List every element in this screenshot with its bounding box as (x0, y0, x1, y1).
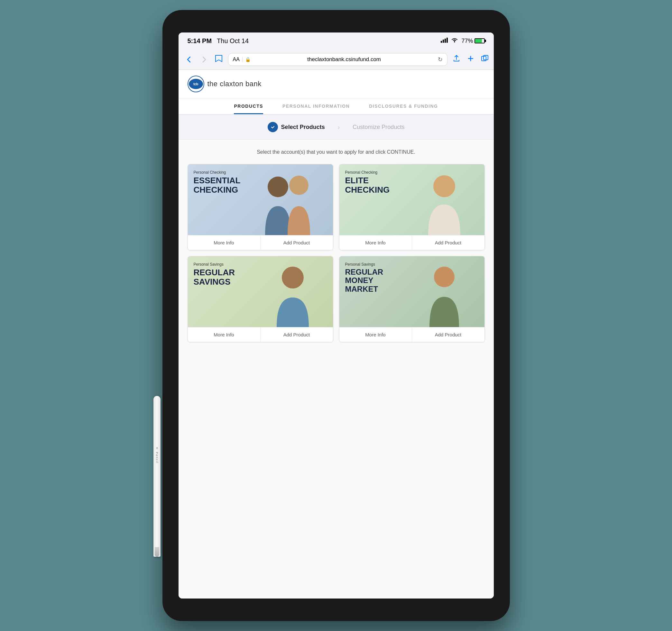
product-grid: Personal Checking ESSENTIALCHECKING (188, 164, 485, 342)
svg-rect-1 (442, 40, 444, 43)
instruction-text: Select the account(s) that you want to a… (188, 149, 485, 155)
more-info-savings[interactable]: More Info (188, 327, 261, 342)
card-overlay-money-market: Personal Savings REGULARMONEYMARKET (339, 256, 389, 299)
sub-step-divider: › (338, 123, 340, 131)
card-actions-savings: More Info Add Product (188, 327, 333, 342)
step-personal-info[interactable]: PERSONAL INFORMATION (283, 103, 350, 114)
card-category-essential: Personal Checking (194, 170, 241, 175)
svg-point-9 (289, 176, 309, 195)
add-tab-button[interactable] (467, 55, 475, 64)
forward-button[interactable] (199, 54, 210, 65)
apple-pencil: ✏ Pencil (153, 396, 161, 557)
ipad-frame: ✏ Pencil 5:14 PM Thu Oct 14 (163, 10, 510, 621)
card-overlay-essential: Personal Checking ESSENTIALCHECKING (188, 164, 246, 200)
customize-products-label: Customize Products (353, 124, 404, 130)
more-info-money-market[interactable]: More Info (339, 327, 412, 342)
bank-name: the claxton bank (208, 80, 262, 88)
browser-bar: AA 🔒 theclaxtonbank.csinufund.com ↻ (178, 49, 494, 70)
card-image-essential: Personal Checking ESSENTIALCHECKING (188, 164, 333, 235)
bank-header: tcb the claxton bank (178, 70, 494, 98)
wifi-icon (451, 38, 458, 44)
card-image-money-market: Personal Savings REGULARMONEYMARKET (339, 256, 484, 327)
step-products[interactable]: PRODUCTS (234, 103, 263, 114)
add-product-essential[interactable]: Add Product (261, 236, 333, 250)
product-card-savings: Personal Savings REGULARSAVINGS (188, 256, 333, 342)
card-image-savings: Personal Savings REGULARSAVINGS (188, 256, 333, 327)
product-card-essential: Personal Checking ESSENTIALCHECKING (188, 164, 333, 250)
status-bar: 5:14 PM Thu Oct 14 (178, 32, 494, 49)
svg-point-4 (454, 42, 455, 43)
url-text[interactable]: theclaxtonbank.csinufund.com (253, 56, 435, 63)
tcb-inner: tcb (189, 79, 203, 89)
tabs-button[interactable] (481, 55, 489, 64)
bookmarks-button[interactable] (215, 55, 223, 64)
select-products-label: Select Products (281, 124, 325, 130)
card-category-money-market: Personal Savings (345, 262, 383, 267)
card-category-elite: Personal Checking (345, 170, 390, 175)
card-actions-essential: More Info Add Product (188, 235, 333, 250)
status-date: Thu Oct 14 (217, 37, 249, 45)
svg-point-8 (268, 176, 288, 197)
svg-rect-2 (445, 39, 446, 43)
add-product-savings[interactable]: Add Product (261, 327, 333, 342)
card-overlay-elite: Personal Checking ELITECHECKING (339, 164, 396, 200)
svg-rect-0 (441, 41, 442, 43)
battery-icon (475, 38, 485, 43)
svg-point-11 (282, 267, 304, 289)
share-button[interactable] (453, 55, 460, 64)
svg-rect-3 (447, 38, 448, 43)
select-products-icon (268, 122, 278, 132)
svg-point-10 (433, 175, 455, 197)
svg-point-7 (270, 124, 275, 129)
battery-fill (475, 39, 482, 43)
card-title-money-market: REGULARMONEYMARKET (345, 268, 383, 293)
signal-icon (441, 38, 448, 44)
more-info-essential[interactable]: More Info (188, 236, 261, 250)
step-disclosures[interactable]: DISCLOSURES & FUNDING (369, 103, 438, 114)
card-overlay-savings: Personal Savings REGULARSAVINGS (188, 256, 241, 292)
svg-point-12 (434, 267, 455, 287)
more-info-elite[interactable]: More Info (339, 236, 412, 250)
card-category-savings: Personal Savings (194, 262, 235, 267)
add-product-money-market[interactable]: Add Product (412, 327, 484, 342)
add-product-elite[interactable]: Add Product (412, 236, 484, 250)
card-title-essential: ESSENTIALCHECKING (194, 176, 241, 194)
sub-step-customize[interactable]: Customize Products (353, 124, 404, 130)
product-card-elite: Personal Checking ELITECHECKING (339, 164, 485, 250)
status-time: 5:14 PM (188, 37, 212, 45)
status-icons: 77% (441, 38, 484, 44)
tcb-text: tcb (193, 82, 198, 86)
lock-icon: 🔒 (245, 57, 250, 62)
card-title-savings: REGULARSAVINGS (194, 268, 235, 286)
sub-steps: Select Products › Customize Products (178, 115, 494, 140)
pencil-tip (155, 547, 159, 557)
tcb-badge: tcb (188, 76, 204, 92)
back-button[interactable] (184, 54, 194, 65)
main-area: Select the account(s) that you want to a… (178, 140, 494, 599)
aa-button[interactable]: AA (233, 56, 240, 63)
page-content: tcb the claxton bank PRODUCTS PERSONAL I… (178, 70, 494, 599)
card-actions-elite: More Info Add Product (339, 235, 484, 250)
bank-logo: tcb the claxton bank (188, 76, 262, 92)
battery-indicator: 77% (461, 38, 484, 44)
product-card-money-market: Personal Savings REGULARMONEYMARKET (339, 256, 485, 342)
step-nav: PRODUCTS PERSONAL INFORMATION DISCLOSURE… (178, 98, 494, 115)
card-title-elite: ELITECHECKING (345, 176, 390, 194)
card-image-elite: Personal Checking ELITECHECKING (339, 164, 484, 235)
url-bar[interactable]: AA 🔒 theclaxtonbank.csinufund.com ↻ (228, 53, 448, 66)
reload-button[interactable]: ↻ (438, 56, 442, 63)
battery-percentage: 77% (461, 38, 473, 44)
ipad-screen: 5:14 PM Thu Oct 14 (178, 32, 494, 599)
browser-actions (453, 55, 489, 64)
sub-step-select[interactable]: Select Products (268, 122, 325, 132)
pencil-label: ✏ Pencil (155, 447, 159, 463)
card-actions-money-market: More Info Add Product (339, 327, 484, 342)
